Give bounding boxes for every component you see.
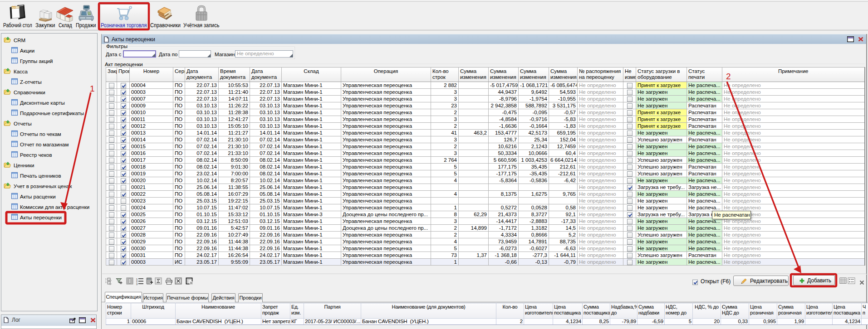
svg-text:3: 3 <box>136 283 137 285</box>
svg-text:?0: ?0 <box>12 5 16 10</box>
